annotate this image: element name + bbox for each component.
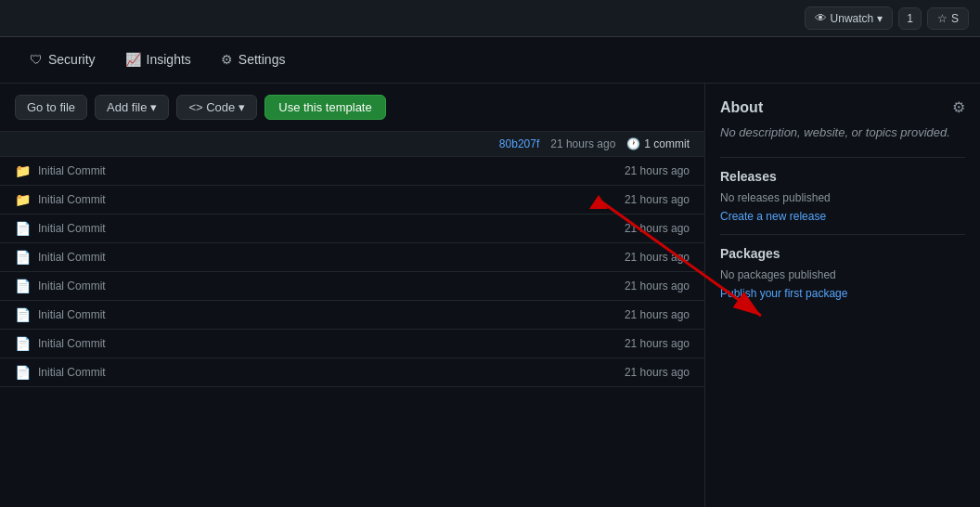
file-list: 📁 Initial Commit 21 hours ago 📁 Initial … — [0, 157, 704, 387]
file-icon: 📄 — [15, 279, 31, 293]
file-commit-msg: Initial Commit — [38, 164, 106, 177]
file-commit-msg: Initial Commit — [38, 193, 106, 206]
file-commit-msg: Initial Commit — [38, 222, 106, 235]
about-description: No description, website, or topics provi… — [720, 124, 965, 142]
about-settings-gear-icon[interactable]: ⚙ — [952, 98, 965, 116]
file-time: 21 hours ago — [625, 164, 690, 177]
add-file-chevron-icon: ▾ — [150, 100, 157, 114]
commit-time: 21 hours ago — [550, 137, 615, 150]
file-time: 21 hours ago — [625, 337, 690, 350]
file-commit-msg: Initial Commit — [38, 308, 106, 321]
tab-settings[interactable]: ⚙ Settings — [206, 41, 301, 80]
insights-tab-label: Insights — [147, 52, 191, 67]
file-icon: 📄 — [15, 336, 31, 351]
file-browser: Go to file Add file ▾ <> Code ▾ Use this… — [0, 84, 705, 507]
file-toolbar: Go to file Add file ▾ <> Code ▾ Use this… — [0, 84, 704, 131]
code-button[interactable]: <> Code ▾ — [176, 95, 257, 120]
about-header: About ⚙ — [720, 98, 965, 116]
file-icon: 📄 — [15, 307, 31, 322]
insights-icon: 📈 — [125, 52, 141, 67]
use-template-button[interactable]: Use this template — [264, 95, 385, 120]
table-row[interactable]: 📄 Initial Commit 21 hours ago — [0, 330, 704, 358]
table-row[interactable]: 📁 Initial Commit 21 hours ago — [0, 186, 704, 214]
file-icon: 📄 — [15, 221, 31, 236]
file-time: 21 hours ago — [625, 222, 690, 235]
file-commit-msg: Initial Commit — [38, 337, 106, 350]
watch-label: Unwatch — [831, 12, 874, 25]
eye-icon: 👁 — [815, 11, 827, 25]
table-row[interactable]: 📄 Initial Commit 21 hours ago — [0, 214, 704, 243]
watch-button[interactable]: 👁 Unwatch ▾ — [805, 6, 894, 30]
settings-tab-label: Settings — [239, 52, 286, 67]
code-chevron-icon: ▾ — [239, 100, 245, 114]
sidebar-divider-packages — [720, 234, 965, 235]
nav-tabs: 🛡 Security 📈 Insights ⚙ Settings — [0, 37, 980, 84]
file-commit-msg: Initial Commit — [38, 251, 106, 264]
add-file-button[interactable]: Add file ▾ — [95, 95, 169, 120]
add-file-label: Add file — [107, 100, 147, 114]
security-tab-label: Security — [48, 52, 96, 67]
code-label: <> Code — [188, 100, 235, 114]
use-template-label: Use this template — [278, 100, 371, 114]
releases-no-content: No releases published — [720, 191, 965, 204]
create-release-link[interactable]: Create a new release — [720, 210, 826, 223]
table-row[interactable]: 📄 Initial Commit 21 hours ago — [0, 301, 704, 330]
table-row[interactable]: 📄 Initial Commit 21 hours ago — [0, 272, 704, 301]
table-row[interactable]: 📁 Initial Commit 21 hours ago — [0, 157, 704, 186]
folder-icon: 📁 — [15, 192, 31, 207]
file-time: 21 hours ago — [625, 308, 690, 321]
star-label: S — [951, 12, 959, 25]
goto-file-button[interactable]: Go to file — [15, 95, 87, 120]
star-button[interactable]: ☆ S — [927, 7, 969, 30]
clock-icon: 🕐 — [626, 137, 640, 150]
commit-hash[interactable]: 80b207f — [499, 137, 539, 150]
folder-icon: 📁 — [15, 163, 31, 178]
table-row[interactable]: 📄 Initial Commit 21 hours ago — [0, 358, 704, 387]
file-commit-msg: Initial Commit — [38, 280, 106, 292]
file-time: 21 hours ago — [625, 193, 690, 206]
tab-insights[interactable]: 📈 Insights — [110, 41, 206, 80]
main-layout: Go to file Add file ▾ <> Code ▾ Use this… — [0, 84, 980, 507]
table-row[interactable]: 📄 Initial Commit 21 hours ago — [0, 243, 704, 272]
tab-security[interactable]: 🛡 Security — [15, 41, 110, 80]
file-icon: 📄 — [15, 250, 31, 265]
commits-count: 1 commit — [644, 137, 690, 150]
releases-section: Releases No releases published Create a … — [720, 169, 965, 223]
sidebar: About ⚙ No description, website, or topi… — [705, 84, 980, 507]
commit-info-row: 80b207f 21 hours ago 🕐 1 commit — [0, 131, 704, 157]
shield-icon: 🛡 — [30, 52, 43, 67]
file-time: 21 hours ago — [625, 366, 690, 379]
packages-no-content: No packages published — [720, 268, 965, 281]
file-time: 21 hours ago — [625, 280, 690, 292]
top-bar: 👁 Unwatch ▾ 1 ☆ S — [0, 0, 980, 37]
publish-package-link[interactable]: Publish your first package — [720, 287, 847, 300]
commits-link[interactable]: 🕐 1 commit — [626, 137, 690, 150]
settings-gear-icon: ⚙ — [221, 52, 233, 67]
file-icon: 📄 — [15, 365, 31, 380]
sidebar-divider-releases — [720, 157, 965, 158]
watch-count: 1 — [898, 7, 922, 30]
top-bar-actions: 👁 Unwatch ▾ 1 ☆ S — [805, 6, 969, 30]
packages-title: Packages — [720, 246, 965, 261]
file-time: 21 hours ago — [625, 251, 690, 264]
file-commit-msg: Initial Commit — [38, 366, 106, 379]
chevron-down-icon: ▾ — [877, 12, 883, 25]
releases-title: Releases — [720, 169, 965, 184]
packages-section: Packages No packages published Publish y… — [720, 246, 965, 300]
about-section: About ⚙ No description, website, or topi… — [720, 98, 965, 142]
goto-file-label: Go to file — [27, 100, 75, 114]
star-icon: ☆ — [937, 12, 948, 25]
about-title: About — [720, 99, 763, 116]
